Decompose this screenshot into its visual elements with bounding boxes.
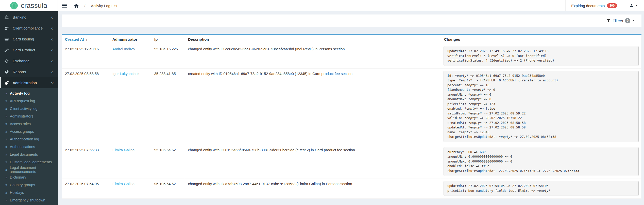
filters-toolbar: Filters 0 ▼ [62, 14, 641, 27]
sidebar-subitem-label: Dictionary [10, 175, 26, 179]
cell-changes: updatedAt: 27.02.2025 12:49:15 => 27.02.… [441, 44, 641, 69]
sidebar-item-card-product[interactable]: Card Product‹ [0, 45, 58, 55]
brand-name: crassula [21, 2, 47, 10]
caret-down-icon: ▼ [635, 5, 637, 7]
angle-double-right-icon: » [5, 160, 7, 164]
sidebar-subitem-label: Country groups [10, 183, 35, 187]
sidebar-item-label: Exchange [13, 59, 30, 63]
sidebar-subitem-custom-legal-agreements[interactable]: »Custom legal agreements [0, 158, 58, 166]
sidebar-subitem-label: Authentication log [10, 137, 39, 141]
sidebar-subitem-label: Legal document announcements [10, 166, 58, 174]
column-header-ip[interactable]: Ip [151, 35, 185, 44]
sidebar-subitem-label: Activity log [10, 91, 30, 95]
angle-double-right-icon: » [5, 183, 7, 187]
sidebar: Banking‹Client compliance‹Card Issuing‹C… [0, 11, 58, 205]
cell-changes: id: *empty* => 019546a1-69a7-73a2-9152-9… [441, 68, 641, 145]
sidebar-subitem-label: Emergency shutdown [10, 198, 45, 202]
sidebar-item-label: Card Issuing [13, 37, 34, 41]
sidebar-subitem-access-roles[interactable]: »Access roles [0, 120, 58, 128]
sidebar-subitem-label: Access groups [10, 129, 34, 134]
chevron-left-icon: ‹ [51, 15, 53, 20]
gears-icon [5, 81, 11, 85]
user-icon [630, 4, 634, 8]
topbar-main: / Activity Log List Expiring documents 3… [58, 0, 644, 11]
table-row: 27.02.2025 07:54:05Elmira Galina95.105.6… [62, 179, 641, 199]
sidebar-subitem-legal-documents[interactable]: »Legal documents [0, 151, 58, 158]
column-header-administrator[interactable]: Administrator [109, 35, 151, 44]
sidebar-nav: Banking‹Client compliance‹Card Issuing‹C… [0, 11, 58, 205]
wrench-icon [5, 48, 11, 52]
sidebar-item-label: Reports [13, 70, 26, 74]
expiring-documents-badge: 300 [607, 3, 617, 8]
sidebar-item-client-compliance[interactable]: Client compliance‹ [0, 23, 58, 34]
angle-double-right-icon: » [5, 191, 7, 195]
cell-created-at: 27.02.2025 12:49:16 [62, 44, 109, 69]
sidebar-subitem-emergency-shutdown[interactable]: »Emergency shutdown [0, 196, 58, 204]
column-header-created-at[interactable]: Created At↑ [62, 35, 109, 44]
sidebar-subitem-authentications[interactable]: »Authentications [0, 143, 58, 151]
exchange-icon [5, 59, 11, 63]
angle-double-right-icon: » [5, 129, 7, 134]
home-icon[interactable] [74, 4, 79, 8]
column-header-changes[interactable]: Changes [441, 35, 641, 44]
filters-button[interactable]: Filters 0 ▼ [607, 18, 634, 23]
chevron-down-icon: ‹ [50, 82, 54, 84]
administrator-link[interactable]: Andrei Indirev [112, 47, 135, 51]
brand[interactable]: crassula [0, 0, 58, 11]
cell-administrator: Elmira Galina [109, 145, 151, 179]
sidebar-subitem-label: Custom legal agreements [10, 160, 52, 164]
cell-created-at: 27.02.2025 08:58:58 [62, 68, 109, 145]
angle-double-right-icon: » [5, 198, 7, 202]
sidebar-item-exchange[interactable]: Exchange‹ [0, 55, 58, 66]
topbar-right: Expiring documents 300 ▼ [565, 0, 644, 11]
user-check-icon [5, 26, 11, 30]
changes-box: id: *empty* => 019546a1-69a7-73a2-9152-9… [444, 71, 639, 142]
column-header-description[interactable]: Description [185, 35, 441, 44]
expiring-documents-link[interactable]: Expiring documents 300 [565, 0, 623, 11]
chevron-left-icon: ‹ [51, 70, 53, 74]
user-menu-button[interactable]: ▼ [623, 0, 644, 11]
cell-description: changed entity with ID a7ab7698-2a87-446… [185, 179, 441, 199]
sidebar-subitem-label: Legal documents [10, 152, 38, 156]
sidebar-item-reports[interactable]: Reports‹ [0, 66, 58, 77]
sidebar-subitem-activity-log[interactable]: »Activity log [0, 90, 58, 97]
changes-box: updatedAt: 27.02.2025 07:54:05 => 27.02.… [444, 181, 639, 196]
sidebar-item-card-issuing[interactable]: Card Issuing‹ [0, 34, 58, 45]
table-row: 27.02.2025 12:49:16Andrei Indirev95.104.… [62, 44, 641, 69]
cell-ip: 95.105.64.62 [151, 179, 185, 199]
sidebar-item-label: Card Product [13, 48, 35, 52]
sidebar-toggle-button[interactable] [62, 4, 67, 8]
crassula-logo-icon [10, 2, 18, 9]
breadcrumb-current: Activity Log List [91, 4, 117, 8]
sidebar-subitem-country-groups[interactable]: »Country groups [0, 181, 58, 189]
sidebar-subitem-access-groups[interactable]: »Access groups [0, 128, 58, 135]
sidebar-item-administration[interactable]: Administration‹ [0, 77, 58, 88]
sidebar-item-banking[interactable]: Banking‹ [0, 12, 58, 23]
filters-count-badge: 0 [625, 18, 630, 23]
main-content: Filters 0 ▼ Created At↑AdministratorIpDe… [58, 11, 644, 199]
sidebar-subitem-api-request-log[interactable]: »API request log [0, 97, 58, 105]
sidebar-subitem-legal-document-announcements[interactable]: »Legal document announcements [0, 166, 58, 173]
administrator-link[interactable]: Elmira Galina [112, 182, 134, 186]
sidebar-subitem-dictionary[interactable]: »Dictionary [0, 173, 58, 181]
angle-double-right-icon: » [5, 107, 7, 111]
sidebar-item-label: Administration [13, 81, 37, 85]
credit-card-icon [5, 37, 11, 41]
sidebar-subitem-holidays[interactable]: »Holidays [0, 189, 58, 196]
chevron-left-icon: ‹ [51, 26, 53, 31]
sidebar-subitem-authentication-log[interactable]: »Authentication log [0, 135, 58, 143]
sidebar-subitem-administrators[interactable]: »Administrators [0, 112, 58, 120]
sidebar-subitem-label: Access roles [10, 122, 31, 126]
administrator-link[interactable]: Elmira Galina [112, 148, 134, 152]
administrator-link[interactable]: Igor Lukyanchuk [112, 72, 139, 76]
angle-double-right-icon: » [5, 168, 7, 172]
activity-log-table: Created At↑AdministratorIpDescriptionCha… [62, 35, 641, 199]
activity-log-table-card: Created At↑AdministratorIpDescriptionCha… [62, 34, 641, 199]
sidebar-subitem-label: Authentications [10, 145, 35, 149]
cell-ip: 35.233.41.85 [151, 68, 185, 145]
caret-down-icon: ▼ [632, 20, 634, 22]
bank-icon [5, 15, 11, 19]
sidebar-subitem-label: Client activity log [10, 107, 38, 111]
changes-box: currency: EUR => GBP amountMin: 0.000000… [444, 147, 639, 176]
sidebar-subitem-client-activity-log[interactable]: »Client activity log [0, 105, 58, 112]
